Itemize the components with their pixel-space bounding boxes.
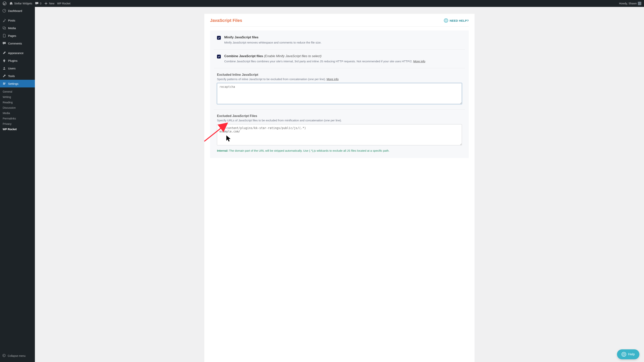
wp-logo[interactable]	[3, 2, 6, 5]
exclude-inline-textarea[interactable]	[217, 83, 462, 104]
howdy-link[interactable]: Howdy, Shawn	[619, 2, 641, 5]
site-name-link[interactable]: Stellar Widgets	[9, 2, 32, 5]
new-label: New	[49, 2, 54, 5]
collapse-icon	[2, 354, 6, 358]
comments-count: 0	[40, 2, 42, 5]
svg-point-3	[5, 83, 6, 83]
collapse-menu[interactable]: Collapse menu	[0, 352, 35, 360]
combine-js-desc: Combine JavaScript files combines your s…	[224, 59, 462, 64]
combine-js-title: Combine JavaScript files (Enable Minify …	[224, 54, 462, 58]
sidebar-item-users[interactable]: Users	[0, 65, 35, 72]
minify-js-title: Minify JavaScript files	[224, 36, 462, 39]
need-help-button[interactable]: NEED HELP?	[444, 19, 469, 23]
comment-icon	[2, 42, 6, 45]
svg-point-2	[4, 67, 5, 68]
submenu-discussion[interactable]: Discussion	[0, 105, 35, 110]
user-icon	[2, 66, 6, 70]
panel-title: JavaScript Files	[210, 18, 242, 23]
svg-point-4	[4, 84, 5, 85]
submenu-wp-rocket[interactable]: WP Rocket	[0, 127, 35, 132]
sidebar-item-settings[interactable]: Settings	[0, 80, 35, 87]
avatar	[638, 2, 641, 5]
svg-point-5	[3, 354, 5, 357]
site-name-label: Stellar Widgets	[14, 2, 32, 5]
wrench-icon	[2, 74, 6, 78]
sidebar-item-tools[interactable]: Tools	[0, 72, 35, 80]
plus-icon	[44, 2, 48, 5]
new-content-link[interactable]: New	[44, 2, 54, 5]
floating-help-button[interactable]: Help	[617, 349, 640, 359]
submenu-media[interactable]: Media	[0, 110, 35, 116]
comments-link[interactable]: 0	[35, 2, 42, 5]
sidebar-item-media[interactable]: Media	[0, 24, 35, 32]
sidebar-item-comments[interactable]: Comments	[0, 40, 35, 47]
dashboard-icon	[2, 9, 6, 13]
internal-note: Internal: The domain part of the URL wil…	[217, 149, 462, 153]
pages-icon	[2, 34, 6, 38]
submenu-general[interactable]: General	[0, 89, 35, 94]
pin-icon	[2, 19, 6, 22]
exclude-inline-desc: Specify patterns of inline JavaScript to…	[217, 78, 462, 81]
submenu-reading[interactable]: Reading	[0, 100, 35, 105]
minify-js-checkbox[interactable]	[217, 36, 221, 40]
submenu-privacy[interactable]: Privacy	[0, 121, 35, 127]
combine-js-checkbox[interactable]	[217, 55, 221, 59]
help-ring-icon	[444, 19, 448, 23]
exclude-files-textarea[interactable]: /wp-content/plugins/kk-star-ratings/publ…	[217, 124, 462, 145]
wp-rocket-adminbar-link[interactable]: WP Rocket	[57, 2, 70, 5]
sidebar-item-plugins[interactable]: Plugins	[0, 57, 35, 65]
admin-bar: Stellar Widgets 0 New WP Rocket Howdy, S…	[0, 0, 644, 7]
sidebar-item-appearance[interactable]: Appearance	[0, 49, 35, 57]
sidebar-item-pages[interactable]: Pages	[0, 32, 35, 40]
exclude-inline-more-info-link[interactable]: More info	[326, 78, 339, 81]
plug-icon	[2, 59, 6, 63]
help-lifebuoy-icon	[622, 352, 626, 357]
exclude-files-desc: Specify URLs of JavaScript files to be e…	[217, 119, 462, 122]
sidebar-item-dashboard[interactable]: Dashboard	[0, 7, 35, 15]
wordpress-icon	[3, 2, 6, 5]
howdy-label: Howdy, Shawn	[619, 2, 637, 5]
combine-more-info-link[interactable]: More info	[413, 60, 425, 63]
comment-bubble-icon	[35, 2, 39, 5]
minify-js-desc: Minify JavaScript removes whitespace and…	[224, 41, 462, 45]
brush-icon	[2, 51, 6, 55]
exclude-files-title: Excluded JavaScript Files	[217, 114, 462, 118]
settings-submenu: General Writing Reading Discussion Media…	[0, 87, 35, 133]
submenu-writing[interactable]: Writing	[0, 94, 35, 100]
submenu-permalinks[interactable]: Permalinks	[0, 116, 35, 121]
exclude-inline-title: Excluded Inline JavaScript	[217, 73, 462, 77]
sidebar-item-posts[interactable]: Posts	[0, 17, 35, 24]
admin-sidebar: Dashboard Posts Media Pages Comments App…	[0, 7, 35, 362]
settings-icon	[2, 82, 6, 86]
media-icon	[2, 26, 6, 30]
home-icon	[9, 2, 13, 5]
